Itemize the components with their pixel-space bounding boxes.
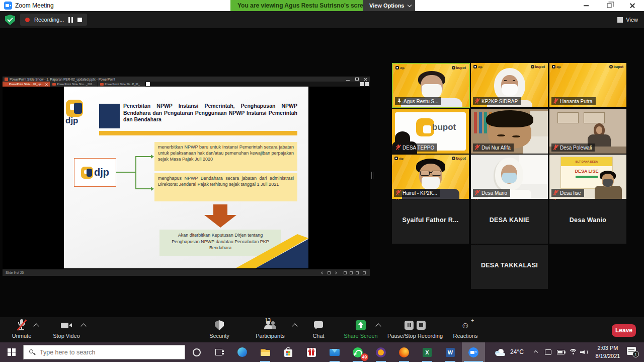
time-label: 2:03 PM	[592, 344, 624, 352]
slideshow-view-icon[interactable]	[363, 271, 366, 274]
clock[interactable]: 2:03 PM 8/19/2021	[592, 344, 624, 360]
edge-icon	[237, 347, 247, 357]
tablet-mode-tray-item[interactable]	[541, 342, 554, 362]
share-screen-icon	[356, 320, 366, 330]
ppt-minimize-icon[interactable]	[346, 78, 350, 81]
minimize-button[interactable]	[579, 0, 594, 11]
task-view-button[interactable]	[207, 342, 230, 362]
stop-recording-icon[interactable]	[77, 18, 82, 22]
participant-tile[interactable]: DESA TAKKALASI	[471, 245, 548, 289]
participant-tile[interactable]: djp bupot Agus Restu S...	[392, 63, 470, 108]
pause-stop-recording-button[interactable]: Pause/Stop Recording	[385, 319, 445, 339]
ppt-close-icon[interactable]	[364, 78, 367, 81]
maximize-button[interactable]	[602, 0, 617, 11]
participant-tile[interactable]: djp bupot KP2KP SIDRAP	[471, 63, 548, 107]
edge-button[interactable]	[230, 342, 254, 362]
windows-logo-icon	[8, 348, 16, 356]
gift-app-button[interactable]	[300, 342, 323, 362]
file-explorer-button[interactable]	[254, 342, 277, 362]
mail-button[interactable]	[323, 342, 346, 362]
minimize-icon	[584, 5, 589, 6]
reactions-button[interactable]: ☺+ Reactions	[450, 319, 481, 339]
participant-tile[interactable]: Desa Polewali	[549, 109, 626, 154]
action-center-button[interactable]: 1	[627, 347, 636, 355]
pen-tool-icon[interactable]	[328, 271, 331, 274]
muted-mic-icon	[553, 144, 558, 151]
participant-tile[interactable]: bupot DESA TEPPO	[392, 109, 469, 154]
security-button[interactable]: Security	[204, 319, 234, 339]
avast-browser-button[interactable]	[369, 342, 392, 362]
ppt-tab-3[interactable]: PowerPoint Slide Sh...P_PI_2021 21.26.pp…	[98, 82, 146, 87]
participant-tile[interactable]: Syaiful Fathor R...	[392, 199, 469, 244]
start-button[interactable]	[0, 342, 23, 362]
store-button[interactable]	[277, 342, 300, 362]
participant-tile[interactable]: Desa Mario	[471, 155, 548, 199]
participant-name-label: Syaiful Fathor R...	[392, 216, 469, 224]
pause-recording-icon[interactable]	[68, 17, 73, 23]
participant-name-label: DESA KANIE	[471, 216, 548, 224]
powerpoint-title: PowerPoint Slide Show - 1. Paparan PER-0…	[10, 78, 115, 81]
new-tab-box[interactable]	[146, 82, 150, 86]
background-window	[557, 112, 579, 123]
maximize-icon	[607, 4, 612, 8]
title-underline-bar	[99, 131, 297, 135]
ppt-restore-icon[interactable]	[355, 78, 359, 81]
whatsapp-badge: 49	[361, 353, 368, 361]
share-screen-button[interactable]: Share Screen	[341, 319, 380, 339]
participant-tile[interactable]: DESA KANIE	[471, 199, 548, 244]
plus-icon: +	[471, 318, 474, 323]
pause-recording-icon[interactable]	[405, 321, 414, 330]
reading-view-icon[interactable]	[356, 271, 359, 274]
cortana-button[interactable]	[185, 342, 208, 362]
chat-button[interactable]: Chat	[307, 319, 330, 339]
camera-icon	[61, 322, 72, 329]
weather-tray-item[interactable]	[492, 342, 509, 362]
ppt-tab-1[interactable]: PowerPoint Slide... 02_updated.pptx	[3, 82, 50, 87]
participants-button[interactable]: 13 Participants	[252, 319, 289, 339]
window-titlebar: Zoom Meeting You are viewing Agus Restu …	[0, 0, 644, 11]
participant-tile[interactable]: djp bupot Hananta Putra	[549, 63, 626, 107]
taskbar-search[interactable]	[23, 345, 185, 359]
volume-tray-item[interactable]	[578, 342, 591, 362]
zoom-taskbar-button[interactable]	[462, 342, 485, 362]
muted-mic-icon	[18, 319, 26, 331]
unmute-button[interactable]: Unmute	[7, 319, 36, 339]
zoom-app-icon	[4, 2, 12, 10]
normal-view-icon[interactable]	[344, 271, 347, 274]
powerpoint-icon	[100, 83, 104, 86]
stop-recording-icon[interactable]	[417, 321, 426, 330]
excel-button[interactable]: X	[416, 342, 439, 362]
battery-tray-item[interactable]	[553, 342, 568, 362]
grid-view-icon[interactable]	[350, 271, 353, 274]
djp-watermark: djp	[395, 66, 405, 69]
leave-button[interactable]: Leave	[612, 324, 636, 337]
date-label: 8/19/2021	[592, 352, 624, 360]
close-button[interactable]	[625, 0, 640, 11]
store-icon	[284, 349, 292, 357]
next-slide-icon[interactable]	[334, 271, 337, 274]
view-options-button[interactable]: View Options	[363, 0, 415, 11]
djp-logo-icon	[81, 167, 93, 179]
firefox-icon	[399, 347, 409, 357]
temperature-label[interactable]: 24°C	[510, 348, 524, 355]
bupot-watermark: bupot	[531, 65, 545, 68]
view-layout-button[interactable]: View	[617, 14, 638, 25]
previous-slide-icon[interactable]	[321, 271, 324, 274]
participant-tile[interactable]: Dwi Nur Afifa	[471, 109, 548, 154]
tab-scroll-buttons[interactable]	[360, 82, 369, 86]
word-button[interactable]: W	[439, 342, 462, 362]
search-input[interactable]	[40, 349, 166, 356]
firefox-button[interactable]	[392, 342, 416, 362]
encryption-shield-icon[interactable]	[5, 15, 15, 25]
whatsapp-button[interactable]: 49	[346, 342, 369, 362]
participant-tile[interactable]: Desa Wanio	[549, 199, 626, 244]
djp-watermark: djp	[552, 65, 561, 68]
resize-grip[interactable]	[371, 172, 373, 179]
stop-video-button[interactable]: Stop Video	[50, 319, 83, 339]
participant-tile[interactable]: BLT-DANA DESA DESA LISE Desa Iise	[549, 155, 626, 199]
muted-mic-icon	[475, 98, 479, 104]
participant-tile[interactable]: djp bupot Hairul - KP2K...	[392, 155, 469, 199]
muted-mic-icon	[396, 190, 400, 196]
ppt-tab-2[interactable]: PowerPoint Slide Sho..._2021 Unifikasi.p…	[50, 82, 98, 87]
tab-close-icon[interactable]	[45, 83, 48, 86]
